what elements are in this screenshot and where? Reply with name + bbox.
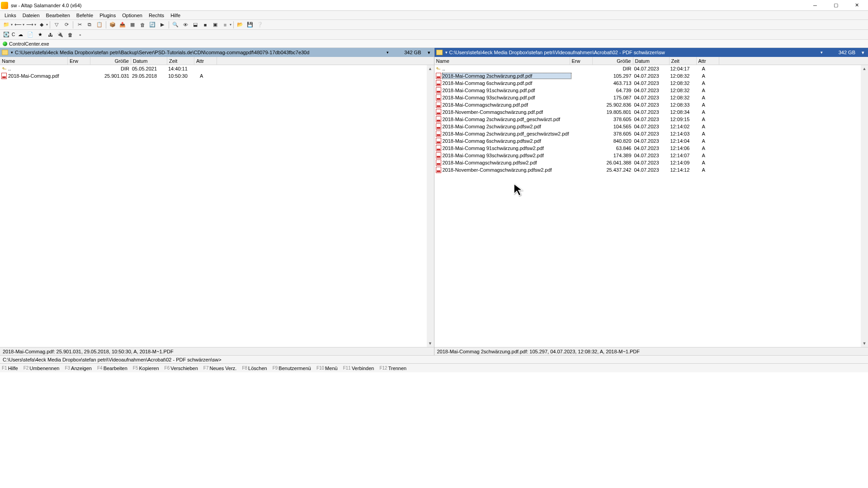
- file-row[interactable]: 2018-Mai-Commag 91schwärzung.pdfsw2.pdf6…: [434, 145, 868, 152]
- chevron-down-icon[interactable]: ▾: [445, 50, 448, 55]
- scroll-down-icon[interactable]: ▼: [861, 340, 868, 347]
- pack-icon[interactable]: 📦: [108, 21, 117, 29]
- drive-documents-icon[interactable]: 📄: [26, 31, 35, 39]
- control-center-bar[interactable]: ControlCenter.exe: [0, 40, 868, 48]
- light-icon[interactable]: ▣: [211, 21, 220, 29]
- compare-icon[interactable]: ⬓: [191, 21, 200, 29]
- panel-menu-icon[interactable]: ▾: [860, 50, 866, 56]
- find-icon[interactable]: 🔍: [171, 21, 180, 29]
- fkey-f3[interactable]: F3Anzeigen: [65, 366, 92, 371]
- menu-plugins[interactable]: Plugins: [97, 12, 118, 19]
- properties-icon[interactable]: ▦: [128, 21, 137, 29]
- col-ext[interactable]: Erw: [68, 57, 90, 65]
- menu-links[interactable]: Links: [2, 12, 19, 19]
- file-row[interactable]: 2018-Mai-Commag 91schwärzung.pdf.pdf64.7…: [434, 87, 868, 94]
- back-button[interactable]: ⟵: [14, 21, 23, 29]
- file-row[interactable]: 2018-Mai-Commag 93schwärzung.pdfsw2.pdf1…: [434, 152, 868, 159]
- drive-star-icon[interactable]: ★: [36, 31, 45, 39]
- paste-icon[interactable]: 📋: [95, 21, 104, 29]
- copy-icon[interactable]: ⧉: [85, 21, 94, 29]
- right-path-bar[interactable]: ▾ C:\Users\stefa\4eck Media Dropbox\stef…: [434, 48, 868, 57]
- drive-trash-icon[interactable]: 🗑: [66, 31, 75, 39]
- panel-menu-icon[interactable]: ▾: [426, 50, 432, 56]
- scrollbar[interactable]: ▲ ▼: [861, 65, 868, 347]
- fkey-f7[interactable]: F7Neues Verz.: [203, 366, 237, 371]
- close-button[interactable]: ✕: [846, 0, 867, 10]
- delete-icon[interactable]: 🗑: [138, 21, 147, 29]
- file-row[interactable]: 2018-Mai-Commag.pdf25.901.03129.05.20181…: [0, 72, 434, 80]
- col-time[interactable]: Zeit: [670, 57, 697, 65]
- file-row[interactable]: 2018-Mai-Commag 6schwärzung.pdfsw2.pdf84…: [434, 137, 868, 145]
- filter-icon[interactable]: ▽: [52, 21, 61, 29]
- fkey-f11[interactable]: F11Verbinden: [343, 366, 374, 371]
- col-date[interactable]: Datum: [633, 57, 670, 65]
- file-row[interactable]: 2018-Mai-Commagschwärzung.pdf.pdf25.902.…: [434, 101, 868, 108]
- right-column-header[interactable]: Name Erw Größe Datum Zeit Attr: [434, 57, 868, 65]
- scroll-up-icon[interactable]: ▲: [427, 65, 434, 72]
- col-name[interactable]: Name: [0, 57, 68, 65]
- hotpath-icon[interactable]: ◆: [37, 21, 46, 29]
- col-attr[interactable]: Attr: [697, 57, 719, 65]
- menu-rechts[interactable]: Rechts: [146, 12, 167, 19]
- help-icon[interactable]: ❔: [255, 21, 264, 29]
- sync-icon[interactable]: 🔄: [148, 21, 157, 29]
- drive-plugin-icon[interactable]: 🔌: [56, 31, 65, 39]
- fkey-f10[interactable]: F10Menü: [316, 366, 338, 371]
- menu-befehle[interactable]: Befehle: [74, 12, 96, 19]
- fkey-f8[interactable]: F8Löschen: [242, 366, 267, 371]
- drive-cloud-icon[interactable]: ☁: [16, 31, 25, 39]
- file-row[interactable]: 2018-November-Commagschwärzung.pdf.pdf19…: [434, 108, 868, 116]
- forward-button[interactable]: ⟶: [25, 21, 34, 29]
- col-attr[interactable]: Attr: [194, 57, 217, 65]
- fkey-f9[interactable]: F9Benutzermenü: [273, 366, 311, 371]
- scroll-down-icon[interactable]: ▼: [427, 340, 434, 347]
- file-row[interactable]: 2018-Mai-Commag 2schwärzung.pdfsw2.pdf10…: [434, 123, 868, 130]
- col-date[interactable]: Datum: [131, 57, 167, 65]
- parent-dir-row[interactable]: ⬑..DIR05.05.202114:40:11: [0, 65, 434, 72]
- col-time[interactable]: Zeit: [167, 57, 194, 65]
- cut-icon[interactable]: ✂: [75, 21, 84, 29]
- drive-network-icon[interactable]: 🖧: [46, 31, 55, 39]
- fkey-f4[interactable]: F4Bearbeiten: [97, 366, 127, 371]
- drive-c-icon[interactable]: 💽: [2, 31, 11, 39]
- scroll-up-icon[interactable]: ▲: [861, 65, 868, 72]
- view-icon[interactable]: 👁: [181, 21, 190, 29]
- file-row[interactable]: 2018-Mai-Commag 2schwärzung.pdf.pdf105.2…: [434, 72, 868, 80]
- col-name[interactable]: Name: [434, 57, 570, 65]
- col-ext[interactable]: Erw: [570, 57, 593, 65]
- file-row[interactable]: 2018-Mai-Commag 93schwärzung.pdf.pdf175.…: [434, 94, 868, 101]
- menu-dateien[interactable]: Dateien: [20, 12, 42, 19]
- fkey-f12[interactable]: F12Trennen: [379, 366, 406, 371]
- refresh-icon[interactable]: ⟳: [62, 21, 71, 29]
- unpack-icon[interactable]: 📤: [118, 21, 127, 29]
- save-icon[interactable]: 💾: [245, 21, 255, 29]
- left-file-list[interactable]: ⬑..DIR05.05.202114:40:11 2018-Mai-Commag…: [0, 65, 434, 347]
- minimize-button[interactable]: ─: [805, 0, 826, 10]
- file-row[interactable]: 2018-Mai-Commagschwärzung.pdfsw2.pdf26.0…: [434, 159, 868, 166]
- history-folder-icon[interactable]: 📁: [2, 21, 11, 29]
- maximize-button[interactable]: ▢: [826, 0, 846, 10]
- parent-dir-row[interactable]: ⬑..DIR04.07.202312:04:17A: [434, 65, 868, 72]
- menu-hilfe[interactable]: Hilfe: [168, 12, 183, 19]
- fkey-f1[interactable]: F1Hilfe: [2, 366, 18, 371]
- chevron-down-icon[interactable]: ▾: [821, 50, 823, 55]
- left-column-header[interactable]: Name Erw Größe Datum Zeit Attr: [0, 57, 434, 65]
- col-size[interactable]: Größe: [90, 57, 131, 65]
- fkey-f6[interactable]: F6Verschieben: [165, 366, 198, 371]
- fkey-f5[interactable]: F5Kopieren: [133, 366, 159, 371]
- open-folder-icon[interactable]: 📂: [236, 21, 245, 29]
- left-path-bar[interactable]: ▾ C:\Users\stefa\4eck Media Dropbox\stef…: [0, 48, 434, 57]
- menu-optionen[interactable]: Optionen: [119, 12, 145, 19]
- terminal-icon[interactable]: ▶: [158, 21, 167, 29]
- col-size[interactable]: Größe: [593, 57, 633, 65]
- file-row[interactable]: 2018-Mai-Commag 2schwärzung.pdf_geschwär…: [434, 130, 868, 137]
- drive-more-icon[interactable]: ▫: [75, 31, 85, 39]
- dark-icon[interactable]: ■: [201, 21, 210, 29]
- file-row[interactable]: 2018-November-Commagschwärzung.pdfsw2.pd…: [434, 166, 868, 174]
- scrollbar[interactable]: ▲ ▼: [427, 65, 434, 347]
- right-file-list[interactable]: ⬑..DIR04.07.202312:04:17A 2018-Mai-Comma…: [434, 65, 868, 347]
- fkey-f2[interactable]: F2Umbenennen: [24, 366, 60, 371]
- chevron-down-icon[interactable]: ▾: [11, 50, 13, 55]
- chevron-down-icon[interactable]: ▾: [387, 50, 389, 55]
- file-row[interactable]: 2018-Mai-Commag 6schwärzung.pdf.pdf463.7…: [434, 80, 868, 87]
